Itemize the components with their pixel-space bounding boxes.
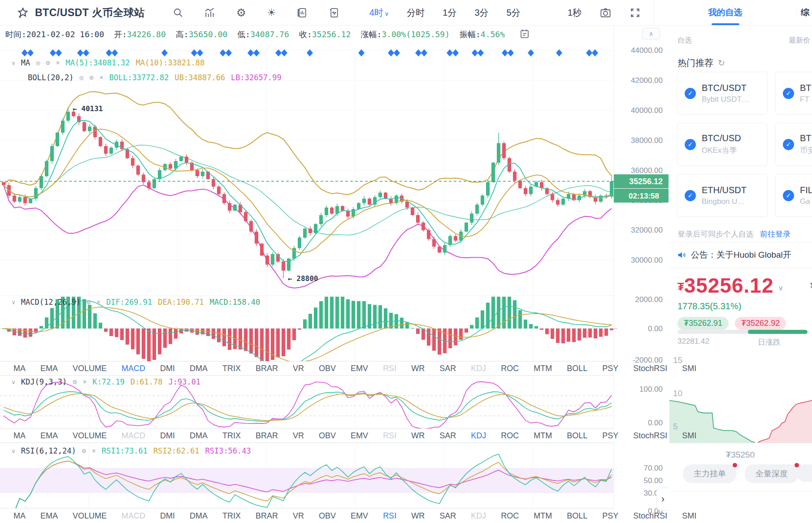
indicator-tab-trix[interactable]: TRIX [222,431,241,441]
announcement-bar[interactable]: 公告：关于Huobi Global开 [669,242,812,268]
indicator-tab-stochrsi[interactable]: StochRSI [633,511,667,521]
indicator-tab-vr[interactable]: VR [293,364,304,373]
indicator-tab-volume[interactable]: VOLUME [73,511,107,521]
indicator-tab-roc[interactable]: ROC [501,364,519,373]
indicator-tab-trix[interactable]: TRIX [222,364,241,373]
indicator-tab-dma[interactable]: DMA [190,431,208,441]
chevron-down-icon[interactable]: ∨ [12,448,15,454]
indicator-tab-rsi[interactable]: RSI [383,511,396,521]
indicator-tab-sar[interactable]: SAR [439,511,456,521]
settings-icon[interactable]: ⚙ [73,378,77,386]
indicator-tab-sar[interactable]: SAR [439,431,456,441]
indicator-tab-brar[interactable]: BRAR [256,364,278,373]
candle [497,143,500,162]
close-icon[interactable]: × [56,59,60,67]
indicator-tab-kdj[interactable]: KDJ [471,431,486,441]
watchlist-card[interactable]: ✓FILGa [775,174,812,217]
indicator-tab-psy[interactable]: PSY [602,364,618,373]
close-icon[interactable]: × [83,378,87,386]
indicator-tab-roc[interactable]: ROC [501,431,519,441]
indicator-tab-dmi[interactable]: DMI [160,511,175,521]
indicator-tab-emv[interactable]: EMV [351,431,368,441]
settings-icon[interactable]: ⚙ [46,59,50,67]
close-icon[interactable]: × [99,73,103,82]
indicator-tab-kdj[interactable]: KDJ [471,511,486,521]
settings-icon[interactable]: ⚙ [82,447,86,455]
indicator-tab-dma[interactable]: DMA [190,364,208,373]
indicator-tab-kdj[interactable]: KDJ [471,364,486,373]
indicator-tab-mtm[interactable]: MTM [534,511,552,521]
indicator-tab-rsi[interactable]: RSI [383,431,396,441]
indicator-tab-ema[interactable]: EMA [40,364,58,373]
indicator-tab-wr[interactable]: WR [411,364,425,373]
sidebar-tab-overview-clipped[interactable]: 综 [797,7,812,18]
indicator-tab-sar[interactable]: SAR [439,364,456,373]
settings-icon[interactable]: ⚙ [87,298,91,306]
watchlist-card[interactable]: ✓BTC/USDTBybit USDT… [677,72,768,115]
indicator-tab-volume[interactable]: VOLUME [73,431,107,441]
indicator-tab-smi[interactable]: SMI [682,364,696,373]
indicator-tab-rsi[interactable]: RSI [383,364,396,373]
close-icon[interactable]: × [96,298,100,306]
indicator-tab-macd[interactable]: MACD [122,431,145,441]
visibility-eye-icon[interactable]: ◎ [79,73,83,82]
indicator-tab-ema[interactable]: EMA [40,431,58,441]
indicator-tab-brar[interactable]: BRAR [256,511,278,521]
bid-price-badge[interactable]: ₮35262.91 [677,317,729,330]
sidebar-tab-my-watchlist[interactable]: 我的自选 [654,0,797,25]
indicator-tab-vr[interactable]: VR [293,511,304,521]
depth-axis-label: 15 [673,355,682,365]
indicator-tab-smi[interactable]: SMI [682,431,696,441]
indicator-tab-trix[interactable]: TRIX [222,511,241,521]
indicator-tab-obv[interactable]: OBV [319,364,336,373]
indicator-tab-ema[interactable]: EMA [40,511,58,521]
last-price-axis-badge: 35256.12 [629,177,663,186]
watchlist-card[interactable]: ✓BTC/USDOKEx当季 [677,123,768,166]
settings-icon[interactable]: ⚙ [89,73,93,82]
indicator-tab-emv[interactable]: EMV [351,364,368,373]
price-chevron-icon[interactable]: ∨ [778,284,784,292]
indicator-tab-macd[interactable]: MACD [122,511,145,521]
indicator-tab-macd[interactable]: MACD [122,364,145,373]
indicator-tab-dmi[interactable]: DMI [160,364,175,373]
indicator-tab-wr[interactable]: WR [411,431,425,441]
indicator-tab-ma[interactable]: MA [13,364,26,373]
watchlist-card[interactable]: ✓BT币安 [775,123,812,166]
refresh-icon[interactable]: ↻ [718,58,725,68]
indicator-tab-stochrsi[interactable]: StochRSI [633,431,667,441]
clipped-button[interactable] [796,464,812,482]
full-depth-button[interactable]: 全量深度 [745,464,799,483]
indicator-tab-obv[interactable]: OBV [319,431,336,441]
indicator-tab-roc[interactable]: ROC [501,511,519,521]
ask-price-badge[interactable]: ₮35262.92 [735,317,786,330]
indicator-tab-psy[interactable]: PSY [602,431,618,441]
indicator-tab-dma[interactable]: DMA [190,511,208,521]
go-login-link[interactable]: 前往登录 [760,230,790,238]
indicator-tab-dmi[interactable]: DMI [160,431,175,441]
indicator-tab-mtm[interactable]: MTM [534,364,552,373]
close-icon[interactable]: × [92,447,96,455]
indicator-tab-emv[interactable]: EMV [351,511,368,521]
indicator-tab-wr[interactable]: WR [411,511,425,521]
indicator-tab-volume[interactable]: VOLUME [73,364,107,373]
indicator-tab-brar[interactable]: BRAR [256,431,278,441]
indicator-tab-smi[interactable]: SMI [682,511,696,521]
chevron-down-icon[interactable]: ∨ [12,60,15,66]
indicator-tab-boll[interactable]: BOLL [567,511,587,521]
indicator-tab-ma[interactable]: MA [13,431,26,441]
indicator-tab-psy[interactable]: PSY [602,511,618,521]
indicator-tab-mtm[interactable]: MTM [534,431,552,441]
indicator-tab-boll[interactable]: BOLL [567,431,587,441]
indicator-tab-stochrsi[interactable]: StochRSI [633,364,667,373]
sidebar-toggle-handle[interactable]: › [656,488,669,511]
chevron-down-icon[interactable]: ∨ [12,299,15,306]
visibility-eye-icon[interactable]: ◎ [36,59,40,67]
indicator-tab-obv[interactable]: OBV [319,511,336,521]
watchlist-card[interactable]: ✓ETH/USDTBingbon U… [677,174,768,217]
watchlist-card[interactable]: ✓BTFT [775,72,812,115]
main-orders-button[interactable]: 主力挂单 [683,464,737,483]
indicator-tab-boll[interactable]: BOLL [567,364,587,373]
chevron-down-icon[interactable]: ∨ [12,379,15,385]
indicator-tab-ma[interactable]: MA [13,511,26,521]
indicator-tab-vr[interactable]: VR [293,431,304,441]
